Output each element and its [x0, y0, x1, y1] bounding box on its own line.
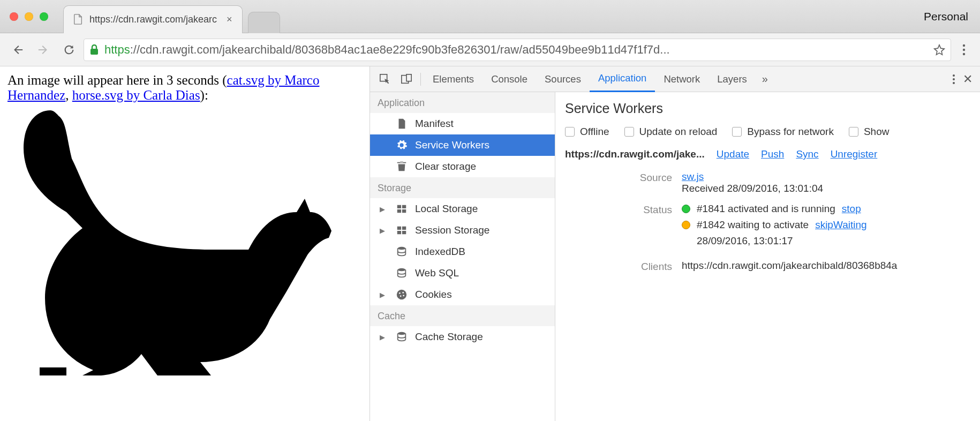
- sw-origin: https://cdn.rawgit.com/jake...: [565, 148, 705, 160]
- value-source: sw.js Received 28/09/2016, 13:01:04: [682, 171, 970, 194]
- check-update-on-reload[interactable]: Update on reload: [624, 126, 718, 138]
- tab-sources[interactable]: Sources: [536, 66, 590, 92]
- sidebar-item-manifest[interactable]: Manifest: [370, 113, 555, 134]
- link-horse-svg[interactable]: horse.svg by Carla Dias: [72, 88, 200, 102]
- sidebar-item-label: Manifest: [415, 118, 454, 130]
- svg-rect-0: [91, 49, 98, 55]
- window-titlebar: https://cdn.rawgit.com/jakearc × Persona…: [0, 0, 980, 33]
- action-push[interactable]: Push: [761, 148, 784, 160]
- back-button[interactable]: [6, 39, 29, 61]
- tab-console[interactable]: Console: [483, 66, 536, 92]
- arrow-left-icon: [12, 44, 24, 56]
- sidebar-item-clear-storage[interactable]: Clear storage: [370, 156, 555, 177]
- check-offline[interactable]: Offline: [565, 126, 609, 138]
- sidebar-item-service-workers[interactable]: Service Workers: [370, 134, 555, 156]
- minimize-window-button[interactable]: [25, 12, 33, 21]
- sidebar-item-label: Service Workers: [415, 139, 489, 151]
- sw-details-table: Source sw.js Received 28/09/2016, 13:01:…: [565, 171, 970, 273]
- table-icon: [396, 224, 408, 236]
- devtools-body: Application Manifest Service Workers Cle…: [370, 92, 980, 421]
- new-tab-placeholder[interactable]: [248, 12, 280, 33]
- reload-button[interactable]: [58, 39, 80, 61]
- inspect-element-button[interactable]: [374, 69, 396, 90]
- tab-layers[interactable]: Layers: [708, 66, 756, 92]
- sidebar-item-label: IndexedDB: [415, 246, 465, 258]
- main-split: An image will appear here in 3 seconds (…: [0, 66, 980, 421]
- svg-point-8: [953, 78, 955, 80]
- application-sidebar: Application Manifest Service Workers Cle…: [370, 92, 555, 421]
- page-text-mid: ,: [65, 88, 72, 102]
- cat-silhouette-icon: [7, 105, 334, 378]
- action-sync[interactable]: Sync: [796, 148, 818, 160]
- disclosure-triangle-icon[interactable]: ▶: [380, 333, 385, 341]
- url-path: ://cdn.rawgit.com/jakearchibald/80368b84…: [130, 43, 670, 57]
- close-devtools-button[interactable]: ✕: [963, 72, 973, 86]
- svg-point-1: [963, 44, 965, 46]
- device-icon: [401, 73, 412, 85]
- check-label: Update on reload: [639, 126, 718, 138]
- svg-point-11: [398, 268, 406, 272]
- profile-label[interactable]: Personal: [924, 10, 968, 23]
- forward-button[interactable]: [32, 39, 55, 61]
- gear-icon: [396, 139, 408, 151]
- check-label: Offline: [580, 126, 609, 138]
- sidebar-item-indexeddb[interactable]: IndexedDB: [370, 241, 555, 262]
- address-bar[interactable]: https ://cdn.rawgit.com/jakearchibald/80…: [84, 39, 951, 61]
- cat-image: [7, 103, 362, 381]
- sw-options-row: Offline Update on reload Bypass for netw…: [565, 126, 970, 138]
- close-tab-button[interactable]: ×: [227, 14, 232, 25]
- status-time: 28/09/2016, 13:01:17: [697, 235, 793, 247]
- action-unregister[interactable]: Unregister: [831, 148, 878, 160]
- sidebar-item-label: Local Storage: [415, 203, 478, 215]
- page-content: An image will appear here in 3 seconds (…: [0, 66, 370, 421]
- bookmark-star-icon[interactable]: [933, 44, 945, 56]
- sidebar-group-application: Application: [370, 92, 555, 113]
- traffic-lights: [0, 12, 48, 21]
- disclosure-triangle-icon[interactable]: ▶: [380, 291, 385, 299]
- source-received: Received 28/09/2016, 13:01:04: [682, 183, 823, 194]
- close-window-button[interactable]: [10, 12, 18, 21]
- devtools-panel: Elements Console Sources Application Net…: [370, 66, 980, 421]
- checkbox-icon: [732, 127, 742, 137]
- sidebar-group-cache: Cache: [370, 305, 555, 326]
- tab-network[interactable]: Network: [655, 66, 708, 92]
- action-skipwaiting[interactable]: skipWaiting: [815, 219, 866, 231]
- tab-application[interactable]: Application: [590, 66, 655, 92]
- page-text-before: An image will appear here in 3 seconds (: [7, 73, 227, 87]
- tabs-overflow-button[interactable]: »: [756, 73, 774, 85]
- arrow-right-icon: [37, 44, 49, 56]
- maximize-window-button[interactable]: [40, 12, 48, 21]
- devtools-tabbar: Elements Console Sources Application Net…: [370, 66, 980, 92]
- sidebar-item-session-storage[interactable]: ▶ Session Storage: [370, 220, 555, 241]
- tab-elements[interactable]: Elements: [424, 66, 483, 92]
- svg-point-17: [398, 332, 406, 335]
- status-waiting-time: 28/09/2016, 13:01:17: [682, 235, 970, 247]
- disclosure-triangle-icon[interactable]: ▶: [380, 205, 385, 213]
- device-toolbar-button[interactable]: [396, 69, 417, 90]
- source-link[interactable]: sw.js: [682, 171, 704, 182]
- check-label: Bypass for network: [747, 126, 834, 138]
- inspect-icon: [379, 73, 391, 85]
- sidebar-item-cookies[interactable]: ▶ Cookies: [370, 284, 555, 305]
- check-show-all[interactable]: Show: [849, 126, 889, 138]
- status-dot-green-icon: [682, 205, 690, 213]
- dots-vertical-icon[interactable]: [952, 74, 955, 85]
- action-update[interactable]: Update: [717, 148, 749, 160]
- service-workers-pane: Service Workers Offline Update on reload…: [555, 92, 980, 421]
- browser-menu-button[interactable]: [954, 44, 974, 56]
- check-bypass-network[interactable]: Bypass for network: [732, 126, 834, 138]
- lock-icon: [89, 44, 99, 55]
- sidebar-item-websql[interactable]: Web SQL: [370, 262, 555, 284]
- sidebar-item-label: Session Storage: [415, 224, 489, 236]
- svg-point-14: [402, 292, 404, 294]
- separator: [420, 73, 421, 86]
- svg-point-15: [400, 295, 402, 297]
- disclosure-triangle-icon[interactable]: ▶: [380, 227, 385, 235]
- sidebar-item-label: Cookies: [415, 289, 452, 300]
- sidebar-item-local-storage[interactable]: ▶ Local Storage: [370, 198, 555, 220]
- value-status: #1841 activated and is running stop #184…: [682, 203, 970, 251]
- sidebar-item-cache-storage[interactable]: ▶ Cache Storage: [370, 326, 555, 348]
- browser-tab-active[interactable]: https://cdn.rawgit.com/jakearc ×: [63, 5, 243, 33]
- action-stop[interactable]: stop: [842, 203, 861, 215]
- pane-title: Service Workers: [565, 101, 970, 116]
